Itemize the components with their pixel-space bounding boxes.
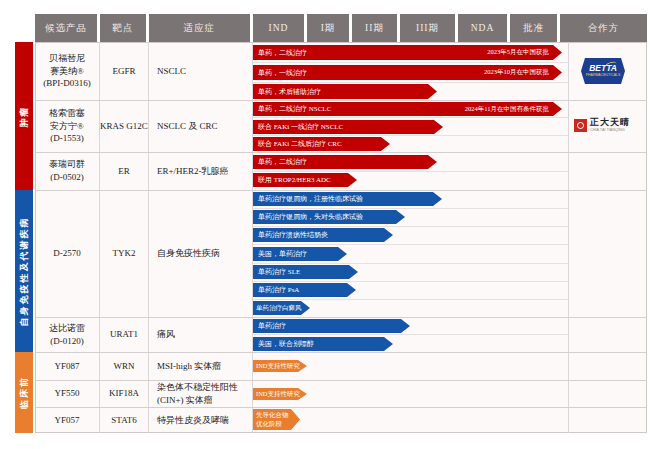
pipeline-bar: 单药，术后辅助治疗 (253, 84, 437, 99)
bar-label: 单药，术后辅助治疗 (253, 87, 321, 97)
bar-label: 单药治疗 PsA (253, 285, 299, 295)
bar-label: 单药治疗 SLE (253, 267, 300, 277)
pipeline-chart: 候选产品 靶点 适应症 IND I期 II期 III期 NDA 批准 合作方 肿… (0, 0, 650, 449)
product-cell: YF550 (35, 380, 99, 407)
indication-cell: NSCLC (149, 42, 252, 100)
col-header-target: 靶点 (100, 14, 146, 42)
ring-icon (577, 122, 584, 129)
product-cell: 贝福替尼 赛美纳® (BPI-D0316) (35, 42, 99, 100)
bar-label: 单药治疗溃疡性结肠炎 (253, 230, 328, 240)
betta-pharmaceuticals-logo: BETTA PHARMACEUTICALS (581, 58, 625, 84)
indication-cell: 染色体不稳定性阳性 (CIN+) 实体瘤 (149, 380, 252, 407)
bar-label: IND支持性研究 (253, 390, 300, 399)
pipeline-bar: 单药治疗银屑病，注册性临床试验 (253, 192, 442, 206)
col-header-product: 候选产品 (35, 14, 97, 42)
section-label: 自身免疫性及代谢疾病 (18, 216, 31, 326)
sub-grid-line (253, 208, 568, 209)
bar-label: IND支持性研究 (253, 362, 300, 371)
pipeline-bar: 单药，一线治疗 2023年10月在中国获批 (253, 65, 562, 80)
col-header-indication: 适应症 (149, 14, 250, 42)
pipeline-bar: 联用 TROP2/HER3 ADC (253, 173, 357, 187)
col-header-phase3: III期 (400, 14, 455, 42)
betta-logo-subtext: PHARMACEUTICALS (586, 73, 621, 78)
bar-label: 先导化合物 优化阶段 (253, 411, 289, 429)
chiatai-tianqing-logo: 正大天晴 CHIA TAI TIANQING (574, 118, 630, 133)
sub-grid-line (253, 281, 568, 282)
pipeline-bar: 美国，联合别嘌醇 (253, 337, 393, 351)
pipeline-bar: 单药治疗银屑病，头对头临床试验 (253, 210, 405, 224)
target-cell: KRAS G12C (100, 100, 148, 152)
pipeline-bar: 单药，二线治疗 2023年5月在中国获批 (253, 45, 562, 60)
sub-grid-line (253, 171, 568, 172)
sub-grid-line (253, 244, 568, 245)
pipeline-bar: 单药，二线治疗 NSCLC 2024年11月在中国有条件获批 (253, 102, 562, 116)
bar-approval-label: 2023年5月在中国获批 (487, 48, 549, 57)
chiatai-tianqing-cn-text: 正大天晴 (590, 118, 630, 128)
indication-cell: 自身免疫性疾病 (149, 190, 252, 317)
indication-cell: MSI-high 实体瘤 (149, 352, 252, 380)
section-autoimmune: 自身免疫性及代谢疾病 (15, 190, 33, 352)
product-cell: D-2570 (35, 190, 99, 317)
col-header-ind: IND (253, 14, 304, 42)
sub-grid-line (253, 135, 568, 136)
indication-cell: ER+/HER2-乳腺癌 (149, 152, 252, 190)
bar-label: 美国，单药治疗 (253, 249, 307, 259)
pipeline-bar: 单药治疗溃疡性结肠炎 (253, 228, 393, 242)
pipeline-bar: 先导化合物 优化阶段 (253, 409, 300, 430)
col-header-partner: 合作方 (560, 14, 647, 42)
col-header-phase2: II期 (352, 14, 397, 42)
section-preclinical: 临床前 (15, 352, 33, 433)
col-header-phase1: I期 (307, 14, 349, 42)
product-cell: YF087 (35, 352, 99, 380)
bar-label: 单药治疗银屑病，头对头临床试验 (253, 212, 363, 222)
bar-label: 单药，二线治疗 (253, 157, 307, 167)
indication-cell: NSCLC 及 CRC (149, 100, 252, 152)
col-header-approval: 批准 (510, 14, 557, 42)
bar-label: 单药治疗白癜风 (253, 304, 302, 313)
pipeline-bar: 单药治疗 PsA (253, 283, 356, 297)
chiatai-tianqing-en-text: CHIA TAI TIANQING (590, 128, 630, 133)
target-cell: TYK2 (100, 190, 148, 317)
bar-label: 单药，二线治疗 NSCLC (253, 104, 331, 114)
target-cell: EGFR (100, 42, 148, 100)
bar-approval-label: 2023年10月在中国获批 (484, 68, 549, 77)
target-cell: KIF18A (100, 380, 148, 407)
sub-grid-line (253, 334, 568, 335)
pipeline-bar: 联合 FAKi 一线治疗 NSCLC (253, 120, 443, 134)
section-oncology: 肿瘤 (15, 42, 33, 190)
indication-cell: 痛风 (149, 317, 252, 352)
pipeline-bar: 单药治疗白癜风 (253, 301, 310, 315)
product-cell: 达比诺雷 (D-0120) (35, 317, 99, 352)
product-cell: YF057 (35, 407, 99, 433)
indication-cell: 特异性皮炎及哮喘 (149, 407, 252, 433)
product-cell: 格索雷塞 安方宁® (D-1553) (35, 100, 99, 152)
bar-label: 联用 TROP2/HER3 ADC (253, 175, 331, 185)
target-cell: URAT1 (100, 317, 148, 352)
pipeline-bar: 美国，单药治疗 (253, 247, 347, 261)
bar-approval-label: 2024年11月在中国有条件获批 (465, 105, 549, 114)
bar-label: 单药治疗 (253, 321, 286, 331)
pipeline-bar: 单药，二线治疗 (253, 155, 437, 169)
sub-grid-line (253, 263, 568, 264)
bar-label: 单药，一线治疗 (253, 68, 307, 78)
sub-grid-line (253, 117, 568, 118)
sub-grid-line (253, 62, 568, 63)
bar-label: 美国，联合别嘌醇 (253, 339, 314, 349)
col-header-nda: NDA (458, 14, 507, 42)
bar-label: 联合 FAKi 二线后治疗 CRC (253, 139, 342, 149)
pipeline-bar: 联合 FAKi 二线后治疗 CRC (253, 137, 390, 151)
chiatai-tianqing-mark-icon (574, 119, 587, 132)
bar-label: 联合 FAKi 一线治疗 NSCLC (253, 122, 343, 132)
pipeline-bar: 单药治疗 (253, 319, 410, 333)
sub-grid-line (253, 299, 568, 300)
pipeline-bar: IND支持性研究 (253, 360, 307, 372)
section-label: 临床前 (18, 376, 31, 409)
bar-label: 单药治疗银屑病，注册性临床试验 (253, 194, 363, 204)
pipeline-bar: IND支持性研究 (253, 388, 307, 400)
sub-grid-line (253, 226, 568, 227)
target-cell: STAT6 (100, 407, 148, 433)
target-cell: WRN (100, 352, 148, 380)
section-label: 肿瘤 (18, 105, 31, 127)
sub-grid-line (253, 82, 568, 83)
pipeline-bar: 单药治疗 SLE (253, 265, 358, 279)
